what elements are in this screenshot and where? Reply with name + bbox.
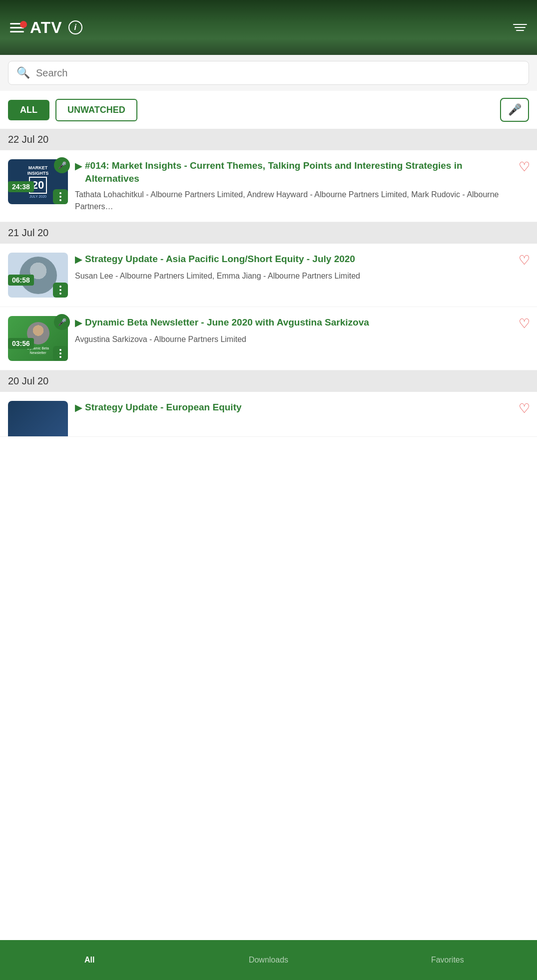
play-icon-1: ▶ <box>75 160 82 172</box>
video-info-3: ▶ Dynamic Beta Newsletter - June 2020 wi… <box>75 316 529 345</box>
play-icon-4: ▶ <box>75 402 82 414</box>
video-card-4: ▶ Strategy Update - European Equity ♡ <box>0 392 537 437</box>
search-container: 🔍 <box>0 55 537 91</box>
video-authors-2: Susan Lee - Albourne Partners Limited, E… <box>75 270 514 282</box>
video-card-2: 06:58 ▶ Strategy Update - Asia Pacific L… <box>0 244 537 307</box>
play-icon-2: ▶ <box>75 254 82 266</box>
video-title-2[interactable]: ▶ Strategy Update - Asia Pacific Long/Sh… <box>75 253 514 266</box>
favorite-button-2[interactable]: ♡ <box>519 253 530 268</box>
header-right <box>513 24 527 31</box>
video-title-3[interactable]: ▶ Dynamic Beta Newsletter - June 2020 wi… <box>75 316 514 329</box>
favorite-button-3[interactable]: ♡ <box>519 316 530 331</box>
duration-badge-3: 03:56 <box>8 338 34 349</box>
date-section-2: 21 Jul 20 <box>0 222 537 244</box>
favorite-button-4[interactable]: ♡ <box>519 401 530 416</box>
info-button[interactable]: i <box>68 20 82 34</box>
search-icon: 🔍 <box>16 66 30 79</box>
mic-badge-1: 🎤 <box>54 157 70 173</box>
search-input[interactable] <box>36 67 521 79</box>
video-info-4: ▶ Strategy Update - European Equity <box>75 401 529 418</box>
filter-bar: ALL UNWATCHED 🎤 <box>0 91 537 129</box>
nav-label-favorites: Favorites <box>431 956 464 965</box>
mic-filter-button[interactable]: 🎤 <box>500 98 529 122</box>
more-button-2[interactable] <box>53 283 68 298</box>
video-authors-3: Avgustina Sarkizova - Albourne Partners … <box>75 333 514 345</box>
nav-label-all: All <box>84 956 94 965</box>
video-title-1[interactable]: ▶ #014: Market Insights - Current Themes… <box>75 159 514 185</box>
video-info-1: ▶ #014: Market Insights - Current Themes… <box>75 159 529 213</box>
filter-icon[interactable] <box>513 24 527 31</box>
thumbnail-4 <box>8 401 68 437</box>
more-button-1[interactable] <box>53 189 68 204</box>
search-box: 🔍 <box>8 61 529 85</box>
play-icon-3: ▶ <box>75 317 82 329</box>
duration-badge-1: 24:38 <box>8 181 34 192</box>
video-info-2: ▶ Strategy Update - Asia Pacific Long/Sh… <box>75 253 529 282</box>
duration-badge-2: 06:58 <box>8 275 34 286</box>
notification-dot <box>20 21 27 28</box>
thumbnail-container-3: Dynamic BetaNewsletter 🎤 03:56 <box>8 316 68 361</box>
favorite-button-1[interactable]: ♡ <box>519 159 530 175</box>
mic-icon: 🎤 <box>508 103 522 116</box>
bottom-nav: All Downloads Favorites <box>0 940 537 980</box>
date-section-1: 22 Jul 20 <box>0 129 537 150</box>
more-button-3[interactable] <box>53 346 68 361</box>
thumbnail-container-4 <box>8 401 68 437</box>
video-card-1: MARKETINSIGHTS 20 JULY 2020 🎤 24:38 ▶ #0… <box>0 150 537 222</box>
video-card-3: Dynamic BetaNewsletter 🎤 03:56 ▶ Dynamic… <box>0 307 537 370</box>
menu-button[interactable] <box>10 23 24 32</box>
date-section-3: 20 Jul 20 <box>0 370 537 392</box>
app-title: ATV <box>30 18 62 37</box>
nav-item-downloads[interactable]: Downloads <box>179 951 358 970</box>
header-left: ATV i <box>10 18 82 37</box>
nav-item-favorites[interactable]: Favorites <box>358 951 537 970</box>
video-title-4[interactable]: ▶ Strategy Update - European Equity <box>75 401 514 414</box>
unwatched-button[interactable]: UNWATCHED <box>55 99 137 121</box>
header: ATV i <box>0 0 537 55</box>
thumbnail-container-2: 06:58 <box>8 253 68 298</box>
thumbnail-container-1: MARKETINSIGHTS 20 JULY 2020 🎤 24:38 <box>8 159 68 204</box>
video-authors-1: Tathata Lohachitkul - Albourne Partners … <box>75 189 514 213</box>
nav-item-all[interactable]: All <box>0 951 179 970</box>
nav-label-downloads: Downloads <box>249 956 288 965</box>
all-button[interactable]: ALL <box>8 100 49 120</box>
